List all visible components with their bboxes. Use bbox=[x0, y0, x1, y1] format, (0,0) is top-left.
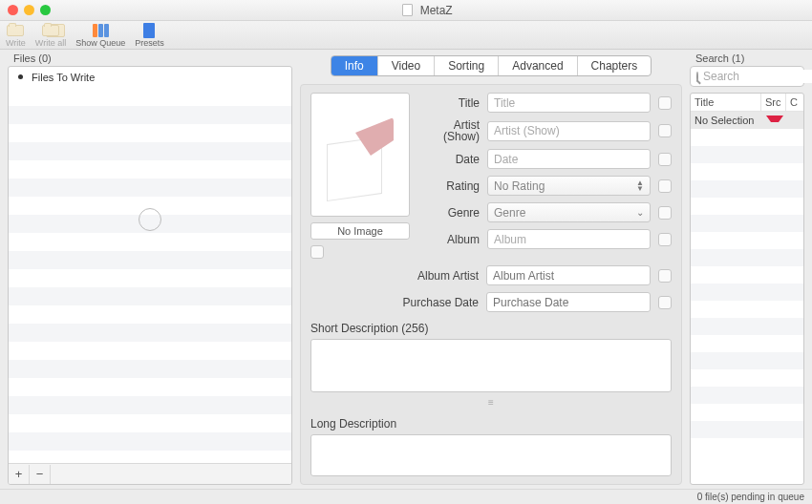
genre-checkbox[interactable] bbox=[658, 206, 672, 220]
col-src[interactable]: Src bbox=[761, 94, 786, 112]
status-text: 0 file(s) pending in queue bbox=[697, 492, 804, 502]
chevron-down-icon: ⌄ bbox=[636, 210, 644, 216]
search-results[interactable]: Title Src C No Selection bbox=[690, 93, 804, 485]
album-field[interactable] bbox=[487, 229, 651, 249]
files-rows bbox=[9, 88, 291, 463]
zoom-window-button[interactable] bbox=[40, 5, 51, 15]
col-title[interactable]: Title bbox=[691, 94, 761, 112]
artist-checkbox[interactable] bbox=[658, 124, 672, 137]
files-list[interactable]: Files To Write + − bbox=[8, 66, 292, 485]
remove-file-button[interactable]: − bbox=[30, 465, 51, 484]
rating-select[interactable]: No Rating▲▼ bbox=[487, 176, 651, 196]
album-artist-label: Album Artist bbox=[310, 269, 479, 283]
long-desc-label: Long Description bbox=[310, 417, 672, 430]
tab-chapters[interactable]: Chapters bbox=[578, 56, 652, 75]
tab-sorting[interactable]: Sorting bbox=[435, 56, 499, 75]
add-file-button[interactable]: + bbox=[9, 465, 30, 484]
date-checkbox[interactable] bbox=[658, 153, 672, 166]
files-label: Files (0) bbox=[8, 50, 292, 66]
date-field[interactable] bbox=[487, 149, 651, 169]
presets-button[interactable]: Presets bbox=[135, 23, 164, 48]
tabs-segmented: Info Video Sorting Advanced Chapters bbox=[331, 55, 652, 76]
write-all-button[interactable]: Write all bbox=[35, 23, 66, 48]
document-icon bbox=[402, 4, 413, 16]
files-footer: + − bbox=[9, 463, 291, 484]
info-form: No Image Title Artist (Show) bbox=[300, 84, 682, 485]
title-label: Title bbox=[417, 96, 480, 110]
no-image-label: No Image bbox=[310, 222, 410, 240]
title-field[interactable] bbox=[487, 93, 651, 113]
short-description-field[interactable] bbox=[310, 339, 672, 392]
album-checkbox[interactable] bbox=[658, 233, 672, 246]
queue-icon bbox=[93, 24, 109, 37]
search-label: Search (1) bbox=[690, 50, 804, 66]
artwork-checkbox[interactable] bbox=[310, 245, 324, 259]
long-description-field[interactable] bbox=[310, 434, 672, 476]
window-title: MetaZ bbox=[51, 4, 804, 17]
results-no-selection-row: No Selection bbox=[691, 112, 803, 129]
tab-video[interactable]: Video bbox=[378, 56, 435, 75]
stepper-icon: ▲▼ bbox=[636, 180, 644, 192]
files-to-write-header[interactable]: Files To Write bbox=[9, 67, 291, 88]
search-input[interactable] bbox=[703, 70, 812, 83]
status-bar: 0 file(s) pending in queue bbox=[0, 489, 812, 504]
show-queue-button[interactable]: Show Queue bbox=[75, 23, 125, 48]
artwork-placeholder-icon bbox=[327, 112, 394, 198]
genre-select[interactable]: Genre⌄ bbox=[487, 202, 651, 222]
spinner-icon bbox=[139, 208, 161, 231]
toolbar: Write Write all Show Queue Presets bbox=[0, 21, 812, 50]
folder-icon bbox=[7, 25, 24, 36]
rating-checkbox[interactable] bbox=[658, 179, 672, 193]
titlebar: MetaZ bbox=[0, 0, 812, 21]
short-desc-label: Short Description (256) bbox=[310, 322, 672, 335]
warning-icon bbox=[766, 116, 783, 128]
rating-label: Rating bbox=[417, 179, 480, 193]
search-field-wrapper[interactable] bbox=[690, 66, 804, 87]
search-icon bbox=[696, 72, 698, 82]
album-artist-field[interactable] bbox=[486, 265, 651, 285]
artwork-well[interactable] bbox=[310, 93, 410, 217]
close-window-button[interactable] bbox=[8, 5, 18, 15]
folders-icon bbox=[42, 25, 59, 36]
album-artist-checkbox[interactable] bbox=[658, 269, 672, 283]
col-c[interactable]: C bbox=[786, 94, 803, 112]
title-checkbox[interactable] bbox=[658, 96, 672, 110]
disclosure-bullet-icon bbox=[18, 74, 23, 79]
results-header: Title Src C bbox=[691, 94, 803, 112]
genre-label: Genre bbox=[417, 206, 480, 220]
tab-info[interactable]: Info bbox=[331, 56, 378, 75]
date-label: Date bbox=[417, 153, 480, 166]
artist-label: Artist (Show) bbox=[417, 119, 480, 142]
purchase-date-label: Purchase Date bbox=[310, 296, 479, 309]
traffic-lights bbox=[8, 5, 51, 15]
preset-icon bbox=[143, 23, 155, 38]
purchase-date-checkbox[interactable] bbox=[658, 296, 672, 309]
album-label: Album bbox=[417, 233, 480, 246]
minimize-window-button[interactable] bbox=[24, 5, 34, 15]
artist-field[interactable] bbox=[487, 121, 651, 141]
grip-icon[interactable]: ≡ bbox=[310, 397, 672, 408]
purchase-date-field[interactable] bbox=[486, 292, 651, 312]
write-button[interactable]: Write bbox=[6, 23, 26, 48]
tab-advanced[interactable]: Advanced bbox=[499, 56, 577, 75]
